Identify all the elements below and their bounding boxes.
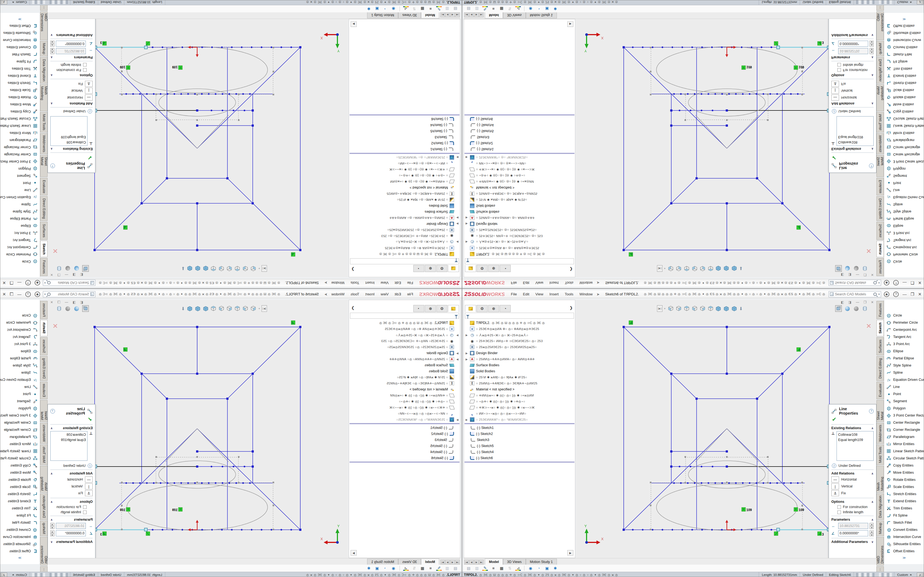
- tree-item[interactable]: ≡Material < not specified >: [349, 386, 460, 392]
- tool-stretch-entities[interactable]: Stretch Entities: [0, 490, 40, 498]
- command-tab-features[interactable]: Features: [40, 301, 48, 319]
- checkbox-for-construction[interactable]: [837, 68, 841, 72]
- command-tab-sheet-metal[interactable]: Sheet Metal: [876, 155, 884, 177]
- rollback-bar[interactable]: [464, 462, 575, 463]
- tab-nav-buttons[interactable]: |◀◀▶▶|: [464, 560, 484, 565]
- tool-line[interactable]: Line: [884, 383, 924, 390]
- tree-root[interactable]: TЯPDL2. ◎ ЗЄ ◎ Ш ◎ ◎ ◎ ✛ ◎ ⊃С ◎ ЗЄ ◎: [464, 251, 575, 257]
- relation-item[interactable]: Collinear108: [52, 140, 86, 145]
- titlebar-quick-tools[interactable]: ◎ ЗЄ ◎ Ш ◎ ◎ ◎ ✛ ◎ ⊃С ◎ ЗЄ ◎ ✦ ◎ ЄЅ ◎ ж …: [98, 292, 280, 296]
- tab-scroll-button[interactable]: ▶|: [479, 12, 484, 17]
- camera-tool-icon[interactable]: ◉: [391, 6, 396, 11]
- tree-item[interactable]: (-) Sketch6: [349, 116, 460, 122]
- tree-filter-input[interactable]: [465, 313, 574, 319]
- tree-item[interactable]: ○ 25ж◎25ИЗЄ25○ ◎○ 25ЗЄИИ25◎ж25○: [464, 227, 575, 233]
- tree-item[interactable]: ○ 25ж◎25ИЗЄ25○ ◎○ 25ЗЄИИ25◎ж25○: [464, 344, 575, 350]
- tool-centerpoint-arc[interactable]: Centerpoint Arc: [884, 326, 924, 333]
- expand-icon[interactable]: ∨: [50, 34, 53, 37]
- tool-copy-entities[interactable]: Copy Entities: [0, 462, 40, 469]
- tool-linear-sketch-pattern[interactable]: Linear Sketch Pattern: [884, 448, 924, 455]
- tab-featuremanager[interactable]: [465, 265, 476, 272]
- tree-item[interactable]: ▶A○ 25ИИ◎∘✛А✛◎ИИА○ ◎○ АИИ◎✛А✛: [349, 215, 460, 221]
- pin-icon[interactable]: ➤: [324, 292, 328, 297]
- tree-item[interactable]: Solid Bodies: [464, 368, 575, 374]
- tool-centerpoint-arc[interactable]: Centerpoint Arc: [884, 244, 924, 251]
- collapse-icon[interactable]: ∧: [871, 102, 874, 105]
- tree-item[interactable]: (-) Sketch2: [464, 431, 575, 437]
- tool-center-rectangle[interactable]: Center Rectangle: [884, 151, 924, 158]
- command-tab-markup[interactable]: Markup: [876, 521, 884, 536]
- tree-item[interactable]: Sketch3: [464, 134, 575, 140]
- tree-item[interactable]: ≡Material < not specified >: [464, 386, 575, 392]
- doc-tab-model[interactable]: Model: [485, 12, 503, 18]
- tree-item[interactable]: ▶A○ 25ИИ◎∘✛А✛◎ИИА○ ◎○ АИИ◎✛А✛: [464, 215, 575, 221]
- tool-point[interactable]: Point: [884, 179, 924, 187]
- close-button[interactable]: ✕: [918, 280, 922, 285]
- tree-item[interactable]: (-) Sketch1: [349, 425, 460, 431]
- tree-item[interactable]: ▶○ 25ЗЄИИАⱲ⸚○ ◎○ ⸚ⱲАИИЗЄ25○: [349, 155, 460, 160]
- command-tab-weldments[interactable]: Weldments: [40, 133, 48, 154]
- solidworks-corner-logo[interactable]: ʂ: [0, 572, 7, 577]
- tree-item[interactable]: Σ○ 25ИИ◎∘✛АⱮЗЄ○ ◎○ ЗЄⱮА✛∘◎ИИ25: [349, 191, 460, 197]
- relation-fix-button[interactable]: ⚓: [831, 490, 839, 496]
- tab-scroll-button[interactable]: ▶|: [440, 12, 445, 17]
- tab-scroll-button[interactable]: |◀: [455, 12, 460, 17]
- expand-arrow-icon[interactable]: ▶: [465, 241, 468, 244]
- minimize-button[interactable]: —: [17, 280, 21, 285]
- menu-window[interactable]: Window: [580, 281, 593, 285]
- tab-featuremanager[interactable]: [448, 265, 459, 272]
- checkbox-for-construction[interactable]: [83, 505, 87, 509]
- tree-item[interactable]: ▶Design Binder: [349, 350, 460, 356]
- ok-button[interactable]: ✔: [832, 155, 874, 161]
- tree-item[interactable]: (-) Sketch1: [464, 146, 575, 152]
- command-tab-mesh-modeling[interactable]: Mesh Modeling: [876, 84, 884, 111]
- tool-center-rectangle[interactable]: Center Rectangle: [884, 419, 924, 426]
- tool-3-point-arc[interactable]: 3 Point Arc: [884, 229, 924, 237]
- tab-scroll-button[interactable]: ▶|: [440, 560, 445, 565]
- tab-nav-buttons[interactable]: |◀◀▶▶|: [440, 560, 460, 565]
- tree-item[interactable]: ○ ✛Ж⊃∘∘ж○ ✱ ◎[○ ◎○ [◎ ✱ ○ж∘∘⊃Ж: [349, 405, 460, 411]
- expand-arrow-icon[interactable]: ▶: [465, 334, 468, 337]
- command-tab-mold-tools[interactable]: Mold Tools: [876, 112, 884, 132]
- tool-equation-driven-curve[interactable]: ƒxEquation Driven Curve: [0, 376, 40, 383]
- relation-item[interactable]: Collinear108: [838, 140, 872, 145]
- command-tab-surfaces[interactable]: Surfaces: [40, 222, 48, 240]
- parameter-input[interactable]: 0.00000000°: [838, 41, 868, 47]
- menu-file[interactable]: File: [511, 292, 517, 296]
- spinner-control[interactable]: [869, 48, 874, 54]
- command-tab-evaluate[interactable]: Evaluate: [40, 382, 48, 399]
- spinner-control[interactable]: [50, 523, 55, 529]
- tool-trim-entities[interactable]: Trim Entities: [884, 65, 924, 72]
- tree-item[interactable]: ▶○ 25ЗЄИИАⱲ⸚○ ◎○ ⸚ⱲАИИЗЄ25○: [349, 417, 460, 422]
- menu-tools[interactable]: Tools: [565, 292, 573, 296]
- command-tab-mesh-modeling[interactable]: Mesh Modeling: [40, 466, 48, 493]
- user-account-icon[interactable]: ☻: [884, 292, 889, 297]
- command-tab-features[interactable]: Features: [876, 258, 884, 276]
- tab-scroll-button[interactable]: ◀: [469, 560, 474, 565]
- tool-style-spline[interactable]: Style Spline: [884, 362, 924, 369]
- command-tab-sketch[interactable]: Sketch: [876, 320, 884, 336]
- status-unit-dropdown[interactable]: Custom: [9, 572, 30, 577]
- expand-arrow-icon[interactable]: ▶: [456, 334, 459, 337]
- more-tools-chevron[interactable]: ≫: [0, 556, 40, 560]
- tree-item[interactable]: (-) Sketch4: [349, 122, 460, 128]
- menu-file[interactable]: File: [407, 292, 414, 296]
- command-tab-surfaces[interactable]: Surfaces: [876, 222, 884, 240]
- tool-perimeter-circle[interactable]: Perimeter Circle: [884, 319, 924, 326]
- spinner-control[interactable]: [869, 523, 874, 529]
- tool-corner-rectangle[interactable]: Corner Rectangle: [0, 144, 40, 151]
- tool-silhouette-entities[interactable]: Silhouette Entities: [884, 29, 924, 37]
- tree-root[interactable]: TЯPDL2. ◎ ЗЄ ◎ Ш ◎ ◎ ◎ ✛ ◎ ⊃С ◎ ЗЄ ◎: [349, 251, 460, 257]
- spinner-control[interactable]: [50, 530, 55, 536]
- tool-polygon[interactable]: Polygon: [0, 165, 40, 172]
- tree-item[interactable]: ◉○ 25✛ЗЄ25○ ИИ◎∘✛ ⊃СЗЄИЗЄ25○ ◎○ 253: [464, 233, 575, 239]
- pin-icon[interactable]: ➤: [596, 281, 600, 285]
- panel-expand-button[interactable]: ▶: [351, 550, 357, 556]
- tree-expand-chevron[interactable]: ❯: [570, 267, 573, 271]
- tree-item[interactable]: ★○ 25ЗЄ✛◎ж◎ИА Φ○ ◎○ ΦАИ◎ж◎✛ЗЄ25: [349, 245, 460, 251]
- menu-edit[interactable]: Edit: [523, 281, 529, 285]
- parameter-input[interactable]: 10.88152731: [56, 523, 86, 529]
- motion-tool-icon[interactable]: ◔: [536, 6, 541, 11]
- tool-silhouette-entities[interactable]: Silhouette Entities: [0, 540, 40, 548]
- tool-3-point-arc[interactable]: 3 Point Arc: [0, 340, 40, 348]
